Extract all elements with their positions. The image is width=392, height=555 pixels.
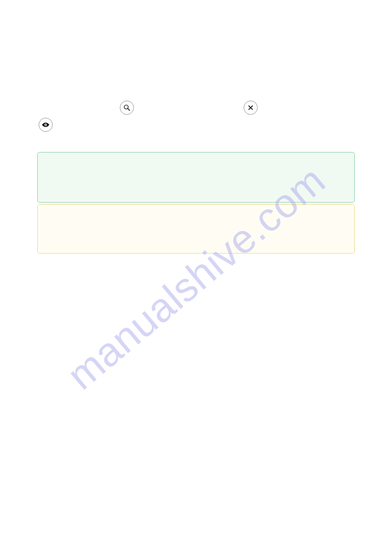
close-button[interactable] bbox=[244, 101, 258, 115]
svg-point-5 bbox=[45, 124, 47, 126]
close-icon bbox=[248, 105, 254, 111]
view-button[interactable] bbox=[39, 118, 53, 132]
search-icon bbox=[123, 104, 131, 112]
warning-panel bbox=[37, 204, 355, 254]
success-panel bbox=[37, 152, 355, 203]
eye-icon bbox=[41, 122, 50, 128]
search-button[interactable] bbox=[120, 101, 134, 115]
svg-line-1 bbox=[128, 109, 129, 110]
